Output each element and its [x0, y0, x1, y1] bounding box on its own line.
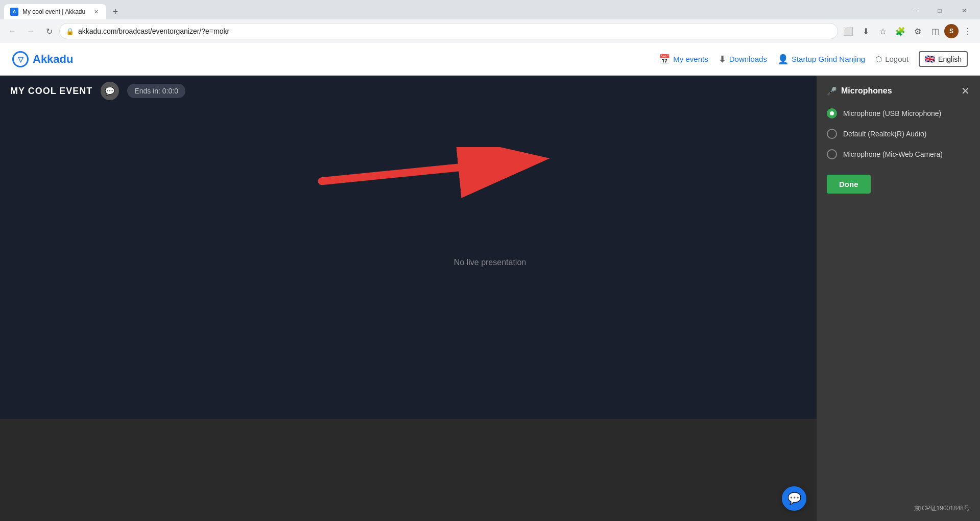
- no-presentation-label: No live presentation: [454, 258, 526, 267]
- my-events-link[interactable]: 📅 My events: [659, 54, 708, 65]
- mic-options-list: Microphone (USB Microphone) Default (Rea…: [827, 108, 970, 159]
- mic-label-webcam: Microphone (Mic-Web Camera): [843, 150, 943, 158]
- red-arrow-annotation: [296, 147, 603, 198]
- reload-button[interactable]: ↻: [41, 23, 57, 39]
- radio-default[interactable]: [827, 129, 837, 139]
- mic-label-default: Default (Realtek(R) Audio): [843, 130, 926, 138]
- browser-chrome: A My cool event | Akkadu ✕ + — □ ✕ ← → ↻…: [0, 0, 980, 43]
- icp-footer: 京ICP证19001848号: [914, 504, 970, 513]
- language-label: English: [938, 55, 962, 63]
- active-tab[interactable]: A My cool event | Akkadu ✕: [4, 4, 106, 19]
- back-button[interactable]: ←: [4, 23, 20, 39]
- downloads-label: Downloads: [729, 55, 767, 63]
- tab-favicon: A: [10, 8, 18, 16]
- tab-bar: A My cool event | Akkadu ✕ + — □ ✕: [0, 0, 980, 19]
- cast-icon[interactable]: ⬜: [840, 23, 856, 39]
- radio-webcam[interactable]: [827, 149, 837, 159]
- language-button[interactable]: 🇬🇧 English: [919, 51, 968, 67]
- chat-bubble-icon: 💬: [787, 492, 801, 505]
- downloads-link[interactable]: ⬇ Downloads: [719, 54, 767, 65]
- address-bar-row: ← → ↻ 🔒 akkadu.com/broadcast/eventorgani…: [0, 19, 980, 43]
- microphone-icon: 🎤: [827, 86, 837, 96]
- logout-label: Logout: [885, 55, 909, 63]
- mic-panel-title: 🎤 Microphones: [827, 86, 892, 96]
- user-profile-link[interactable]: 👤 Startup Grind Nanjing: [777, 54, 865, 65]
- extensions-icon[interactable]: 🧩: [892, 23, 909, 39]
- mic-label-usb: Microphone (USB Microphone): [843, 109, 941, 117]
- icp-text: 京ICP证19001848号: [914, 505, 970, 512]
- microphone-panel: 🎤 Microphones ✕ Microphone (USB Micropho…: [817, 76, 980, 521]
- mic-option-webcam[interactable]: Microphone (Mic-Web Camera): [827, 149, 970, 159]
- logout-button[interactable]: ⬡ Logout: [875, 55, 909, 64]
- logo-text: Akkadu: [33, 53, 73, 66]
- bookmark-icon[interactable]: ☆: [875, 23, 891, 39]
- radio-inner-usb: [830, 111, 834, 115]
- timer-badge: Ends in: 0:0:0: [127, 84, 185, 98]
- maximize-button[interactable]: □: [928, 3, 951, 19]
- header-nav: 📅 My events ⬇ Downloads 👤 Startup Grind …: [659, 51, 968, 67]
- download-icon[interactable]: ⬇: [857, 23, 874, 39]
- tab-title: My cool event | Akkadu: [22, 8, 88, 15]
- main-content: MY COOL EVENT 💬 Ends in: 0:0:0 ▶ St... N…: [0, 76, 980, 521]
- done-label: Done: [839, 180, 858, 188]
- tab-close-button[interactable]: ✕: [92, 8, 100, 16]
- extensions2-icon[interactable]: ⚙: [910, 23, 926, 39]
- logout-icon: ⬡: [875, 55, 882, 64]
- calendar-icon: 📅: [659, 54, 670, 65]
- forward-button[interactable]: →: [22, 23, 39, 39]
- done-button[interactable]: Done: [827, 175, 871, 194]
- menu-icon[interactable]: ⋮: [960, 23, 976, 39]
- my-events-label: My events: [673, 55, 708, 63]
- minimize-button[interactable]: —: [903, 3, 927, 19]
- event-title: MY COOL EVENT: [10, 86, 92, 97]
- radio-usb[interactable]: [827, 108, 837, 119]
- chat-bubble-button[interactable]: 💬: [782, 486, 806, 511]
- user-icon: 👤: [777, 54, 788, 65]
- chat-toggle-button[interactable]: 💬: [101, 82, 119, 100]
- split-icon[interactable]: ◫: [927, 23, 943, 39]
- close-panel-button[interactable]: ✕: [961, 86, 970, 96]
- flag-icon: 🇬🇧: [925, 54, 935, 64]
- close-button[interactable]: ✕: [952, 3, 976, 19]
- user-label: Startup Grind Nanjing: [792, 55, 865, 63]
- logo[interactable]: ▽ Akkadu: [12, 51, 73, 67]
- mic-option-usb[interactable]: Microphone (USB Microphone): [827, 108, 970, 119]
- address-bar[interactable]: 🔒 akkadu.com/broadcast/eventorganizer/?e…: [59, 23, 838, 39]
- download-nav-icon: ⬇: [719, 54, 726, 65]
- logo-icon: ▽: [12, 51, 29, 67]
- mic-option-default[interactable]: Default (Realtek(R) Audio): [827, 129, 970, 139]
- mic-panel-header: 🎤 Microphones ✕: [827, 86, 970, 96]
- toolbar-icons: ⬜ ⬇ ☆ 🧩 ⚙ ◫ S ⋮: [840, 23, 976, 39]
- new-tab-button[interactable]: +: [108, 5, 123, 19]
- window-controls: — □ ✕: [903, 3, 976, 21]
- timer-text: Ends in: 0:0:0: [134, 87, 178, 95]
- profile-avatar[interactable]: S: [944, 24, 959, 38]
- app-header: ▽ Akkadu 📅 My events ⬇ Downloads 👤 Start…: [0, 43, 980, 76]
- mic-panel-title-text: Microphones: [841, 86, 892, 96]
- lock-icon: 🔒: [66, 28, 74, 35]
- url-text: akkadu.com/broadcast/eventorganizer/?e=m…: [78, 27, 831, 35]
